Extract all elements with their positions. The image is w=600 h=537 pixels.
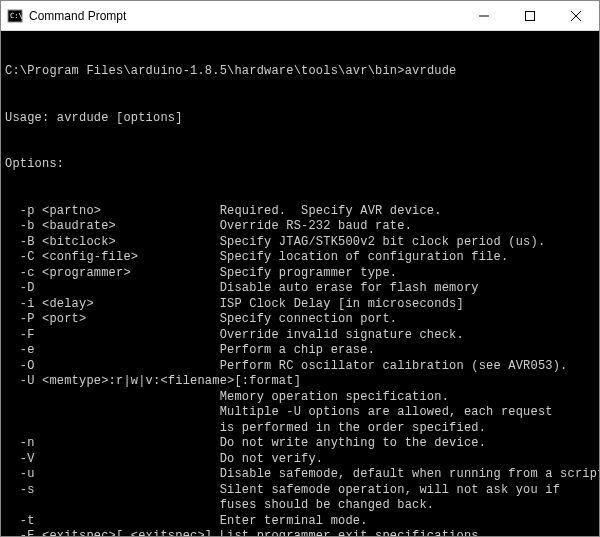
option-row: -P <port> Specify connection port. [5, 312, 595, 328]
window-titlebar: C:\ Command Prompt [1, 1, 599, 31]
option-row: -U <memtype>:r|w|v:<filename>[:format] [5, 374, 595, 390]
svg-text:C:\: C:\ [10, 12, 23, 20]
option-desc: Do not verify. [220, 452, 324, 468]
option-row: -u Disable safemode, default when runnin… [5, 467, 595, 483]
option-row: -c <programmer> Specify programmer type. [5, 266, 595, 282]
option-desc: Specify location of configuration file. [220, 250, 509, 266]
option-flag: -s [5, 483, 220, 499]
option-flag: -e [5, 343, 220, 359]
option-row: -b <baudrate> Override RS-232 baud rate. [5, 219, 595, 235]
option-flag: -C <config-file> [5, 250, 220, 266]
option-row: -E <exitspec>[,<exitspec>] List programm… [5, 529, 595, 536]
option-desc: Override RS-232 baud rate. [220, 219, 412, 235]
option-row: -n Do not write anything to the device. [5, 436, 595, 452]
window-title: Command Prompt [29, 9, 461, 23]
option-flag: -P <port> [5, 312, 220, 328]
window-controls [461, 1, 599, 30]
option-row: -B <bitclock> Specify JTAG/STK500v2 bit … [5, 235, 595, 251]
option-row: -i <delay> ISP Clock Delay [in microseco… [5, 297, 595, 313]
option-row: -t Enter terminal mode. [5, 514, 595, 530]
option-desc: Silent safemode operation, will not ask … [220, 483, 560, 499]
option-row: -F Override invalid signature check. [5, 328, 595, 344]
option-flag [5, 405, 220, 421]
option-flag [5, 390, 220, 406]
option-desc: Perform RC oscillator calibration (see A… [220, 359, 568, 375]
maximize-button[interactable] [507, 1, 553, 30]
option-desc: Multiple -U options are allowed, each re… [220, 405, 553, 421]
option-desc: Required. Specify AVR device. [220, 204, 442, 220]
option-flag: -V [5, 452, 220, 468]
option-row: -p <partno> Required. Specify AVR device… [5, 204, 595, 220]
option-row: -e Perform a chip erase. [5, 343, 595, 359]
option-flag: -i <delay> [5, 297, 220, 313]
option-row: -C <config-file> Specify location of con… [5, 250, 595, 266]
option-desc: Disable auto erase for flash memory [220, 281, 479, 297]
option-flag: -O [5, 359, 220, 375]
options-header: Options: [5, 157, 595, 173]
option-desc: Specify JTAG/STK500v2 bit clock period (… [220, 235, 546, 251]
option-desc: Do not write anything to the device. [220, 436, 486, 452]
option-row: -D Disable auto erase for flash memory [5, 281, 595, 297]
option-flag [5, 421, 220, 437]
option-flag: -n [5, 436, 220, 452]
option-desc: Override invalid signature check. [220, 328, 464, 344]
option-flag: -p <partno> [5, 204, 220, 220]
options-block: -p <partno> Required. Specify AVR device… [5, 204, 595, 537]
option-flag: -U <memtype>:r|w|v:<filename>[:format] [5, 374, 308, 390]
option-row: -V Do not verify. [5, 452, 595, 468]
option-flag: -F [5, 328, 220, 344]
svg-rect-3 [526, 11, 535, 20]
option-row: Memory operation specification. [5, 390, 595, 406]
close-button[interactable] [553, 1, 599, 30]
option-flag: -t [5, 514, 220, 530]
option-desc: fuses should be changed back. [220, 498, 435, 514]
option-desc: List programmer exit specifications. [220, 529, 486, 536]
option-desc: Disable safemode, default when running f… [220, 467, 599, 483]
option-flag: -u [5, 467, 220, 483]
option-row: -s Silent safemode operation, will not a… [5, 483, 595, 499]
option-row: is performed in the order specified. [5, 421, 595, 437]
console-area[interactable]: C:\Program Files\arduino-1.8.5\hardware\… [1, 31, 599, 536]
option-flag: -c <programmer> [5, 266, 220, 282]
prompt-path: C:\Program Files\arduino-1.8.5\hardware\… [5, 64, 405, 80]
option-desc: Memory operation specification. [220, 390, 449, 406]
option-flag: -D [5, 281, 220, 297]
option-desc: ISP Clock Delay [in microseconds] [220, 297, 464, 313]
option-desc: is performed in the order specified. [220, 421, 486, 437]
typed-command: avrdude [405, 64, 457, 80]
option-flag: -b <baudrate> [5, 219, 220, 235]
minimize-button[interactable] [461, 1, 507, 30]
option-row: -O Perform RC oscillator calibration (se… [5, 359, 595, 375]
option-flag: -E <exitspec>[,<exitspec>] [5, 529, 220, 536]
option-desc: Specify programmer type. [220, 266, 398, 282]
option-row: Multiple -U options are allowed, each re… [5, 405, 595, 421]
option-flag [5, 498, 220, 514]
command-line: C:\Program Files\arduino-1.8.5\hardware\… [5, 64, 595, 80]
option-flag: -B <bitclock> [5, 235, 220, 251]
option-desc: Specify connection port. [220, 312, 398, 328]
cmd-icon: C:\ [7, 8, 23, 24]
option-desc: Enter terminal mode. [220, 514, 368, 530]
usage-line: Usage: avrdude [options] [5, 111, 595, 127]
option-desc: Perform a chip erase. [220, 343, 375, 359]
option-row: fuses should be changed back. [5, 498, 595, 514]
